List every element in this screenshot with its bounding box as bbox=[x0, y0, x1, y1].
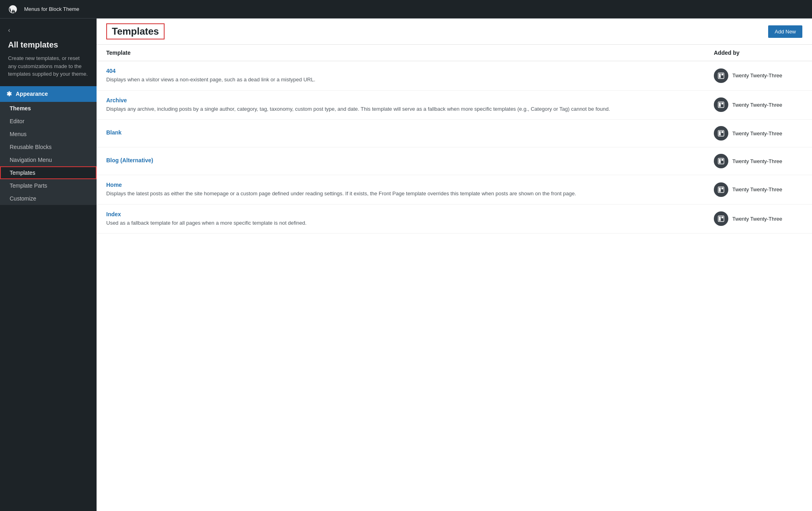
added-by-cell: Twenty Twenty-Three bbox=[714, 182, 802, 197]
template-name-link[interactable]: Archive bbox=[106, 97, 714, 103]
added-by-cell: Twenty Twenty-Three bbox=[714, 68, 802, 83]
content-area: Templates Add New Template Added by 404 … bbox=[97, 19, 812, 511]
sidebar: ‹ All templates Create new templates, or… bbox=[0, 19, 97, 511]
page-title: Templates bbox=[112, 26, 159, 37]
theme-icon bbox=[714, 97, 728, 112]
svg-rect-5 bbox=[721, 103, 723, 105]
content-title-wrapper: Templates bbox=[106, 23, 165, 39]
theme-name: Twenty Twenty-Three bbox=[732, 130, 782, 137]
table-header: Template Added by bbox=[97, 45, 812, 61]
theme-icon bbox=[714, 68, 728, 83]
nav-menu: Themes Editor Menus Reusable Blocks Navi… bbox=[0, 102, 97, 205]
top-bar: Menus for Block Theme bbox=[0, 0, 812, 19]
sidebar-back[interactable]: ‹ bbox=[0, 27, 97, 37]
table-row: Blog (Alternative) Twenty Twenty-Three bbox=[97, 147, 812, 175]
table-row: Home Displays the latest posts as either… bbox=[97, 175, 812, 205]
svg-rect-4 bbox=[719, 103, 721, 107]
svg-rect-16 bbox=[719, 217, 721, 221]
svg-rect-11 bbox=[721, 159, 723, 161]
added-by-cell: Twenty Twenty-Three bbox=[714, 97, 802, 112]
site-name: Menus for Block Theme bbox=[24, 6, 79, 12]
col-header-template: Template bbox=[106, 50, 714, 56]
svg-rect-8 bbox=[721, 131, 723, 133]
sidebar-item-navigation-menu[interactable]: Navigation Menu bbox=[0, 153, 97, 166]
sidebar-title: All templates bbox=[0, 37, 97, 53]
template-cell: 404 Displays when a visitor views a non-… bbox=[106, 68, 714, 84]
sidebar-item-menus[interactable]: Menus bbox=[0, 128, 97, 141]
theme-icon bbox=[714, 126, 728, 141]
appearance-icon: ✱ bbox=[6, 90, 12, 98]
theme-icon bbox=[714, 154, 728, 168]
template-name-link[interactable]: Blog (Alternative) bbox=[106, 157, 714, 163]
svg-rect-17 bbox=[721, 217, 723, 219]
template-cell: Archive Displays any archive, including … bbox=[106, 97, 714, 113]
content-header: Templates Add New bbox=[97, 19, 812, 45]
add-new-button[interactable]: Add New bbox=[768, 25, 802, 38]
theme-name: Twenty Twenty-Three bbox=[732, 186, 782, 192]
svg-rect-2 bbox=[721, 73, 723, 75]
sidebar-item-templates[interactable]: Templates bbox=[0, 166, 97, 179]
template-cell: Blank bbox=[106, 129, 714, 137]
template-cell: Index Used as a fallback template for al… bbox=[106, 211, 714, 227]
sidebar-item-customize[interactable]: Customize bbox=[0, 192, 97, 205]
template-name-link[interactable]: Index bbox=[106, 211, 714, 217]
template-cell: Blog (Alternative) bbox=[106, 157, 714, 165]
theme-icon bbox=[714, 182, 728, 197]
template-description: Displays any archive, including posts by… bbox=[106, 106, 610, 112]
svg-rect-1 bbox=[719, 73, 721, 78]
svg-rect-14 bbox=[721, 187, 723, 189]
sidebar-item-editor[interactable]: Editor bbox=[0, 115, 97, 128]
table-row: Blank Twenty Twenty-Three bbox=[97, 120, 812, 147]
template-description: Displays the latest posts as either the … bbox=[106, 190, 576, 197]
template-description: Displays when a visitor views a non-exis… bbox=[106, 77, 315, 83]
table-row: Archive Displays any archive, including … bbox=[97, 91, 812, 120]
templates-table: Template Added by 404 Displays when a vi… bbox=[97, 45, 812, 511]
svg-rect-13 bbox=[719, 187, 721, 192]
table-row: Index Used as a fallback template for al… bbox=[97, 205, 812, 234]
sidebar-item-reusable-blocks[interactable]: Reusable Blocks bbox=[0, 141, 97, 153]
table-row: 404 Displays when a visitor views a non-… bbox=[97, 61, 812, 91]
theme-icon bbox=[714, 211, 728, 226]
main-layout: ‹ All templates Create new templates, or… bbox=[0, 19, 812, 511]
appearance-label: Appearance bbox=[16, 91, 48, 97]
template-cell: Home Displays the latest posts as either… bbox=[106, 182, 714, 198]
theme-name: Twenty Twenty-Three bbox=[732, 102, 782, 108]
template-name-link[interactable]: 404 bbox=[106, 68, 714, 74]
theme-name: Twenty Twenty-Three bbox=[732, 216, 782, 222]
wp-logo[interactable] bbox=[6, 3, 19, 16]
template-name-link[interactable]: Blank bbox=[106, 129, 714, 136]
theme-name: Twenty Twenty-Three bbox=[732, 72, 782, 79]
sidebar-item-template-parts[interactable]: Template Parts bbox=[0, 179, 97, 192]
added-by-cell: Twenty Twenty-Three bbox=[714, 154, 802, 168]
svg-rect-7 bbox=[719, 131, 721, 136]
sidebar-description: Create new templates, or reset any custo… bbox=[0, 53, 97, 86]
theme-name: Twenty Twenty-Three bbox=[732, 158, 782, 164]
col-header-added-by: Added by bbox=[714, 50, 802, 56]
added-by-cell: Twenty Twenty-Three bbox=[714, 211, 802, 226]
template-description: Used as a fallback template for all page… bbox=[106, 220, 307, 226]
added-by-cell: Twenty Twenty-Three bbox=[714, 126, 802, 141]
template-name-link[interactable]: Home bbox=[106, 182, 714, 188]
back-arrow-icon: ‹ bbox=[8, 27, 10, 34]
sidebar-item-themes[interactable]: Themes bbox=[0, 102, 97, 115]
appearance-section-header[interactable]: ✱ Appearance bbox=[0, 86, 97, 102]
svg-rect-10 bbox=[719, 159, 721, 163]
